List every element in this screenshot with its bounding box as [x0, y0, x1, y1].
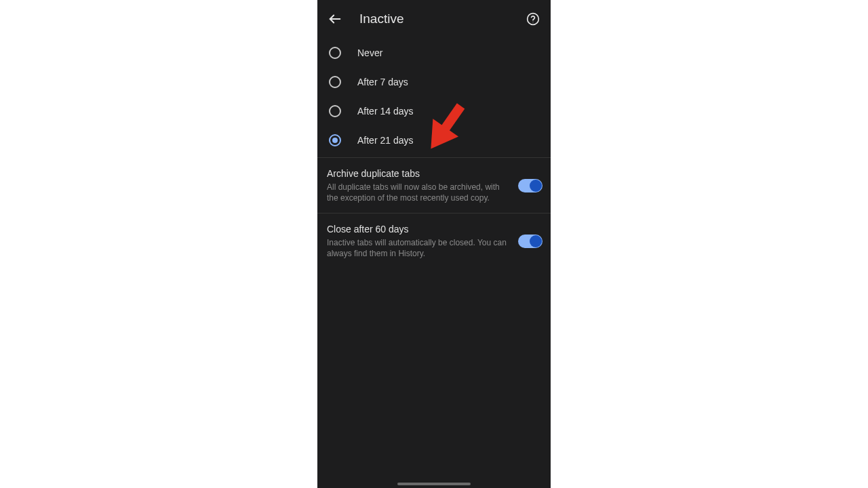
- setting-description: All duplicate tabs will now also be arch…: [327, 182, 510, 203]
- radio-option-after-7-days[interactable]: After 7 days: [317, 67, 551, 96]
- setting-text: Close after 60 days Inactive tabs will a…: [327, 223, 518, 259]
- app-header: Inactive: [317, 0, 551, 38]
- help-button[interactable]: [525, 11, 541, 27]
- back-button[interactable]: [327, 11, 343, 27]
- setting-title: Close after 60 days: [327, 223, 510, 236]
- radio-label: After 7 days: [357, 77, 408, 87]
- setting-archive-duplicate-tabs[interactable]: Archive duplicate tabs All duplicate tab…: [317, 158, 551, 213]
- radio-icon: [329, 105, 341, 117]
- radio-icon-selected: [329, 134, 341, 146]
- navigation-handle[interactable]: [397, 483, 471, 485]
- toggle-thumb: [530, 180, 542, 192]
- toggle-thumb: [530, 235, 542, 247]
- radio-label: After 14 days: [357, 106, 414, 117]
- radio-option-after-21-days[interactable]: After 21 days: [317, 125, 551, 155]
- setting-text: Archive duplicate tabs All duplicate tab…: [327, 167, 518, 203]
- setting-description: Inactive tabs will automatically be clos…: [327, 237, 510, 259]
- toggle-switch-on[interactable]: [518, 179, 542, 192]
- arrow-left-icon: [328, 12, 342, 26]
- page-title: Inactive: [359, 12, 525, 26]
- setting-title: Archive duplicate tabs: [327, 167, 510, 180]
- radio-label: Never: [357, 47, 382, 58]
- radio-label: After 21 days: [357, 135, 414, 146]
- toggle-switch-on[interactable]: [518, 235, 542, 248]
- radio-icon: [329, 47, 341, 59]
- phone-screen: Inactive Never After 7 days After 14 day…: [317, 0, 551, 488]
- setting-close-after-60-days[interactable]: Close after 60 days Inactive tabs will a…: [317, 214, 551, 268]
- svg-point-1: [528, 14, 539, 25]
- inactive-duration-radio-group: Never After 7 days After 14 days After 2…: [317, 38, 551, 157]
- svg-point-2: [533, 22, 534, 22]
- radio-icon: [329, 76, 341, 88]
- radio-option-never[interactable]: Never: [317, 38, 551, 67]
- help-circle-icon: [526, 12, 540, 26]
- radio-option-after-14-days[interactable]: After 14 days: [317, 96, 551, 125]
